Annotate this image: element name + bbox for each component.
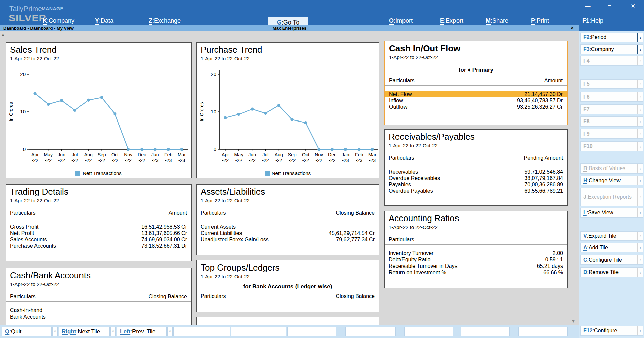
bottom-button-next-tile[interactable]: Right:Next Tile [59, 327, 110, 336]
report-close-icon[interactable]: ✕ [570, 25, 574, 30]
svg-text:Jul: Jul [72, 152, 78, 157]
tile-title: Cash/Bank Accounts [6, 268, 191, 281]
svg-text:May: May [234, 152, 243, 157]
breadcrumb: Dashboard - Dashboard - My View [3, 26, 74, 31]
svg-text:Aug: Aug [275, 152, 283, 157]
collapse-chevron-icon: ‹ [637, 164, 643, 173]
receivables-payables-tile[interactable]: Receivables/Payables 1-Apr-22 to 22-Oct-… [384, 129, 568, 206]
bottom-button-prev-tile[interactable]: Left:Prev. Tile [117, 327, 167, 336]
tile-period: 1-Apr-22 to 22-Oct-22 [6, 197, 191, 203]
empty-button-slot [461, 327, 510, 336]
table-body: Current AssetsCurrent Liabilities45,61,2… [197, 224, 379, 243]
tile-context: for Bank Accounts (Ledger-wise) [197, 283, 379, 290]
top-groups-ledgers-tile[interactable]: Top Groups/Ledgers 1-Apr-22 to 22-Oct-22… [196, 260, 379, 312]
bottom-button-quit[interactable]: Q:Quit [2, 327, 52, 336]
restore-button[interactable] [604, 2, 615, 11]
table-row[interactable]: Overdue Payables69,55,66,789.21 [385, 188, 567, 194]
svg-text:-23: -23 [342, 158, 349, 163]
table-row[interactable]: Sales Accounts74,69,69,034.00 Cr [6, 236, 191, 243]
row-value: 79,62,777.34 Cr [336, 236, 375, 243]
row-value: 59,71,02,546.84 [524, 168, 563, 175]
table-row[interactable]: Unadjusted Forex Gain/Loss79,62,777.34 C… [197, 236, 379, 243]
table-row[interactable]: Payables70,00,36,286.89 [385, 181, 567, 188]
menu-item-help[interactable]: F1:Help [582, 17, 603, 25]
table-row[interactable]: Cash-in-hand [6, 307, 191, 313]
button-text: :Prev. Tile [130, 328, 155, 335]
tile-title: Sales Trend [6, 43, 191, 55]
collapse-chevron-icon: ‹ [637, 56, 643, 65]
chart-legend: Nett Transactions [197, 170, 379, 176]
table-header: Particulars Closing Balance [197, 210, 379, 218]
menu-item-print[interactable]: P:Print [531, 17, 549, 25]
shortcut-key: V [583, 233, 587, 239]
row-value: 66.66 % [543, 269, 563, 276]
table-row[interactable]: Return on Investment %66.66 % [385, 269, 567, 276]
expand-caret-icon[interactable]: ^ [52, 327, 58, 336]
purchase-trend-tile[interactable]: Purchase Trend 1-Apr-22 to 22-Oct-22 010… [196, 42, 379, 178]
menu-item-import[interactable]: O:Import [389, 17, 413, 25]
scroll-up-icon[interactable]: ▲ [1, 32, 5, 37]
table-row[interactable]: Nett Flow21,14,457.30 Dr [385, 91, 567, 97]
assets-liabilities-tile[interactable]: Assets/Liabilities 1-Apr-22 to 22-Oct-22… [196, 184, 379, 255]
sidebar-button-save-view[interactable]: L:Save View‹ [580, 208, 643, 218]
table-row[interactable]: Gross Profit16,51,42,958.53 Cr [6, 224, 191, 230]
close-button[interactable]: ✕ [627, 2, 639, 11]
row-label: Cash-in-hand [10, 307, 42, 313]
minimize-button[interactable]: — [582, 2, 593, 11]
table-row[interactable]: Bank Accounts [6, 313, 191, 320]
expand-caret-icon[interactable]: ^ [110, 327, 116, 336]
sidebar-button-remove-tile[interactable]: D:Remove Tile‹ [580, 267, 643, 277]
collapse-chevron-icon: ‹ [637, 33, 643, 42]
svg-text:-22: -22 [329, 158, 335, 163]
table-row[interactable]: Current Assets [197, 224, 379, 230]
dashboard-workspace: ▲ ▼ Sales Trend 1-Apr-22 to 22-Oct-22 01… [0, 31, 579, 325]
table-row[interactable]: Debt/Equity Ratio0.59 : 1 [385, 256, 567, 263]
sidebar-button-label: A:Add Tile [581, 244, 637, 251]
sidebar-button-configure[interactable]: F12:Configure‹ [580, 326, 643, 336]
trading-details-tile[interactable]: Trading Details 1-Apr-22 to 22-Oct-22 Pa… [6, 184, 192, 261]
collapse-chevron-icon: ‹ [637, 232, 643, 240]
expand-caret-icon[interactable]: ^ [167, 327, 173, 336]
table-row[interactable]: Nett Profit13,61,37,605.66 Cr [6, 230, 191, 236]
sales-trend-tile[interactable]: Sales Trend 1-Apr-22 to 22-Oct-22 01020A… [6, 42, 192, 178]
sidebar-button-company[interactable]: F3:Company‹ [580, 44, 643, 54]
menu-item-share[interactable]: M:Share [486, 17, 508, 25]
table-row[interactable]: Inventory Turnover2.00 [385, 250, 567, 256]
sidebar-button-label: F8 [581, 118, 637, 125]
shortcut-key: D [583, 269, 587, 275]
table-header: Particulars Pending Amount [385, 155, 567, 163]
sidebar-button-label: F6 [581, 93, 637, 101]
table-row[interactable]: Receivable Turnover in Days65.21 days [385, 263, 567, 269]
sidebar-button-period[interactable]: F2:Period‹ [580, 33, 643, 42]
sidebar-button-label: F3:Company [581, 46, 637, 53]
menu-item-company[interactable]: K:Company [43, 17, 74, 25]
sidebar-button-expand-tile[interactable]: V:Expand Tile‹ [580, 231, 643, 241]
sidebar-button-configure-tile[interactable]: C:Configure Tile‹ [580, 255, 643, 265]
menu-item-export[interactable]: E:Export [440, 17, 463, 25]
menu-key: O [389, 17, 394, 24]
table-row[interactable]: Current Liabilities45,61,29,714.54 Cr [197, 230, 379, 236]
cash-bank-accounts-tile[interactable]: Cash/Bank Accounts 1-Apr-22 to 22-Oct-22… [6, 268, 192, 325]
empty-button-slot [173, 327, 230, 336]
table-body: Inventory Turnover2.00Debt/Equity Ratio0… [385, 250, 567, 276]
button-text: :Configure [593, 328, 618, 333]
sidebar-button-add-tile[interactable]: A:Add Tile‹ [580, 243, 643, 252]
col-particulars: Particulars [389, 155, 414, 161]
sidebar-button-change-view[interactable]: H:Change View‹ [580, 176, 643, 185]
report-statusbar: Dashboard - Dashboard - My View Max Ente… [0, 25, 579, 31]
collapse-chevron-icon: ‹ [637, 268, 643, 277]
table-row[interactable]: Purchase Accounts73,18,52,667.31 Dr [6, 243, 191, 249]
menu-item-exchange[interactable]: Z:Exchange [149, 17, 181, 25]
menu-label: :Company [47, 17, 74, 24]
scroll-down-icon[interactable]: ▼ [571, 318, 576, 324]
svg-text:Jul: Jul [263, 152, 269, 157]
sidebar-button-label: F7 [581, 106, 637, 113]
cash-in-out-flow-tile[interactable]: Cash In/Out Flow 1-Apr-22 to 22-Oct-22 f… [384, 41, 568, 125]
table-row[interactable]: Overdue Receivables38,07,79,167.84 [385, 175, 567, 181]
menu-item-data[interactable]: Y:Data [95, 17, 113, 25]
table-row[interactable]: Receivables59,71,02,546.84 [385, 168, 567, 175]
accounting-ratios-tile[interactable]: Accounting Ratios 1-Apr-22 to 22-Oct-22 … [384, 211, 568, 288]
table-row[interactable]: Inflow93,46,40,783.57 Dr [385, 97, 567, 104]
table-row[interactable]: Outflow93,25,26,326.27 Cr [385, 104, 567, 110]
menu-key: P [531, 17, 535, 24]
